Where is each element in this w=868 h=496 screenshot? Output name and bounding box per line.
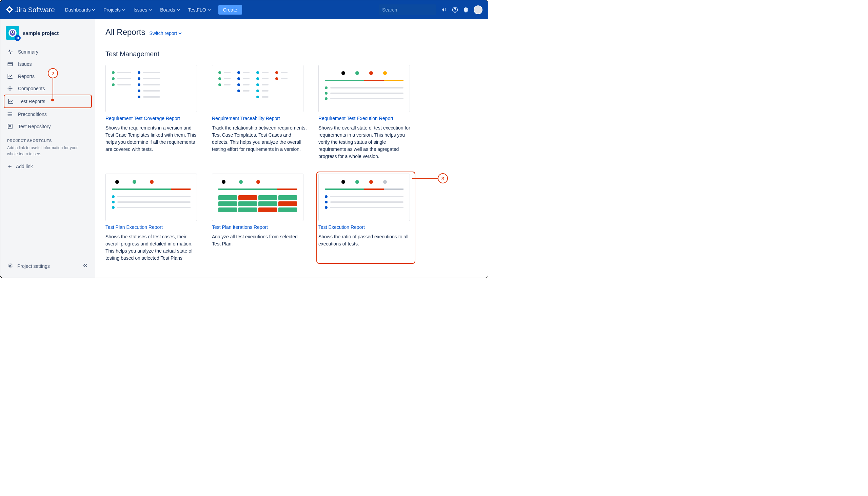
card-thumb	[106, 174, 197, 221]
card-title[interactable]: Requirement Test Coverage Report	[106, 115, 200, 121]
repo-icon	[7, 123, 13, 129]
add-link-button[interactable]: Add link	[4, 160, 92, 173]
search-box[interactable]	[379, 4, 436, 15]
chart-icon	[8, 98, 14, 105]
nav-boards[interactable]: Boards	[157, 5, 183, 15]
card-title[interactable]: Test Plan Iterations Report	[212, 224, 307, 230]
plus-icon	[7, 164, 13, 169]
header-right	[379, 4, 482, 15]
create-button[interactable]: Create	[218, 5, 242, 15]
card-title[interactable]: Requirement Traceability Report	[212, 115, 307, 121]
svg-point-18	[8, 115, 9, 116]
issues-icon	[7, 61, 13, 67]
svg-point-7	[12, 31, 14, 33]
card-thumb	[106, 65, 197, 112]
chevron-double-left-icon	[82, 262, 89, 268]
chevron-down-icon	[177, 8, 180, 12]
svg-point-24	[10, 265, 11, 267]
search-input[interactable]	[382, 7, 441, 13]
sidebar: sample project Summary Issues Reports Co…	[0, 19, 95, 278]
settings-icon[interactable]	[463, 7, 469, 13]
callout-2-line	[52, 78, 53, 99]
callout-2: 2	[48, 68, 58, 78]
page-title: All Reports	[106, 28, 145, 37]
chevron-down-icon	[179, 32, 182, 35]
card-test-execution[interactable]: Test Execution Report Shows the ratio of…	[316, 172, 415, 264]
help-icon[interactable]	[452, 7, 458, 13]
user-avatar[interactable]	[474, 5, 482, 14]
shortcuts-desc: Add a link to useful information for you…	[4, 145, 92, 157]
card-desc: Shows the ratio of passed executions to …	[319, 233, 413, 248]
card-desc: Shows the statuses of test cases, their …	[106, 233, 200, 262]
switch-report-link[interactable]: Switch report	[149, 31, 182, 36]
svg-point-16	[8, 112, 9, 113]
card-testplan-iterations[interactable]: Test Plan Iterations Report Analyze all …	[212, 174, 307, 262]
sidebar-item-test-repository[interactable]: Test Repository	[4, 120, 92, 133]
nav-projects[interactable]: Projects	[100, 5, 129, 15]
chevron-down-icon	[122, 8, 125, 12]
nav-testflo[interactable]: TestFLO	[185, 5, 214, 15]
project-icon	[6, 26, 19, 40]
card-thumb	[212, 174, 304, 221]
svg-rect-8	[17, 37, 19, 39]
card-requirement-traceability[interactable]: Requirement Traceability Report Track th…	[212, 65, 307, 160]
jira-icon	[6, 6, 13, 14]
chevron-down-icon	[92, 8, 95, 12]
collapse-sidebar-button[interactable]	[82, 262, 89, 269]
logo-text: Jira Software	[15, 6, 55, 14]
megaphone-icon[interactable]	[441, 7, 447, 13]
pulse-icon	[7, 49, 13, 55]
chevron-down-icon	[207, 8, 211, 12]
divider	[106, 42, 478, 42]
svg-point-17	[8, 114, 9, 114]
card-requirement-coverage[interactable]: Requirement Test Coverage Report Shows t…	[106, 65, 200, 160]
nav-issues[interactable]: Issues	[130, 5, 155, 15]
sidebar-item-components[interactable]: Components	[4, 82, 92, 95]
sidebar-footer: Project settings	[4, 259, 92, 273]
callout-3: 3	[438, 173, 448, 183]
main-content: All Reports Switch report Test Managemen…	[95, 19, 488, 278]
svg-point-3	[455, 11, 455, 12]
chevron-down-icon	[149, 8, 152, 12]
card-thumb	[319, 65, 410, 112]
project-settings-link[interactable]: Project settings	[7, 263, 50, 269]
report-cards: Requirement Test Coverage Report Shows t…	[106, 65, 478, 262]
side-nav: Summary Issues Reports Components Test R…	[4, 46, 92, 133]
card-testplan-execution[interactable]: Test Plan Execution Report Shows the sta…	[106, 174, 200, 262]
project-header[interactable]: sample project	[4, 24, 92, 42]
sidebar-item-preconditions[interactable]: Preconditions	[4, 108, 92, 120]
project-type-badge	[15, 35, 21, 41]
section-title: Test Management	[106, 50, 478, 58]
callout-3-line	[412, 178, 438, 179]
list-icon	[7, 111, 13, 117]
chart-icon	[7, 73, 13, 79]
sidebar-item-summary[interactable]: Summary	[4, 46, 92, 58]
card-thumb	[212, 65, 304, 112]
card-title[interactable]: Test Execution Report	[319, 224, 413, 230]
sidebar-item-issues[interactable]: Issues	[4, 58, 92, 70]
nav-dashboards[interactable]: Dashboards	[62, 5, 99, 15]
project-title: sample project	[23, 30, 59, 36]
card-desc: Analyze all test executions from selecte…	[212, 233, 307, 248]
card-title[interactable]: Requirement Test Execution Report	[319, 115, 413, 121]
card-title[interactable]: Test Plan Execution Report	[106, 224, 200, 230]
card-thumb	[319, 174, 410, 221]
component-icon	[7, 86, 13, 92]
card-requirement-execution[interactable]: Requirement Test Execution Report Shows …	[319, 65, 413, 160]
gear-icon	[7, 263, 13, 269]
callout-2-dot	[51, 99, 54, 102]
main-nav: Dashboards Projects Issues Boards TestFL…	[62, 5, 379, 15]
card-desc: Shows the overall state of test executio…	[319, 124, 413, 160]
card-desc: Track the relationship between requireme…	[212, 124, 307, 153]
card-desc: Shows the requirements in a version and …	[106, 124, 200, 153]
logo[interactable]: Jira Software	[6, 6, 55, 14]
sidebar-item-test-reports[interactable]: Test Reports	[4, 95, 92, 108]
shortcuts-heading: PROJECT SHORTCUTS	[7, 139, 89, 143]
svg-rect-11	[8, 62, 13, 66]
top-nav: Jira Software Dashboards Projects Issues…	[0, 0, 488, 19]
